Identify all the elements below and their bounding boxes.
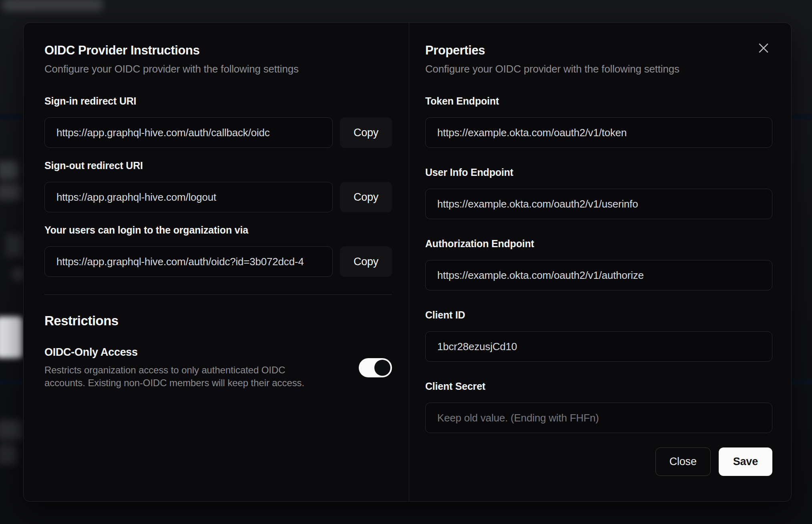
properties-title: Properties: [425, 43, 772, 58]
organization-login-uri-label: Your users can login to the organization…: [44, 224, 392, 236]
user-info-endpoint-input[interactable]: [425, 189, 772, 219]
client-secret-label: Client Secret: [425, 381, 772, 392]
sign-in-redirect-uri-row: Copy: [44, 117, 392, 148]
dimmed-text-blob: [0, 444, 17, 465]
authorization-endpoint-field: Authorization Endpoint: [425, 238, 772, 290]
close-button[interactable]: Close: [655, 447, 711, 476]
oidc-settings-modal: OIDC Provider Instructions Configure you…: [23, 22, 792, 502]
token-endpoint-field: Token Endpoint: [425, 95, 772, 148]
copy-sign-in-uri-button[interactable]: Copy: [340, 117, 392, 148]
sign-in-redirect-uri-label: Sign-in redirect URI: [44, 95, 392, 107]
dimmed-text-blob: [0, 161, 18, 179]
modal-actions: Close Save: [425, 447, 772, 476]
dimmed-header-logo: [2, 0, 103, 11]
authorization-endpoint-label: Authorization Endpoint: [425, 238, 772, 250]
client-secret-input[interactable]: [425, 403, 772, 433]
oidc-only-access-description: Restricts organization access to only au…: [44, 364, 325, 389]
sign-out-redirect-uri-input[interactable]: [44, 182, 333, 212]
section-divider: [44, 294, 392, 295]
dimmed-text-blob: [0, 420, 22, 440]
properties-subtitle: Configure your OIDC provider with the fo…: [425, 63, 772, 75]
copy-sign-out-uri-button[interactable]: Copy: [340, 182, 392, 212]
oidc-only-access-label: OIDC-Only Access: [44, 346, 325, 359]
organization-login-uri-input[interactable]: [44, 246, 333, 277]
oidc-only-access-row: OIDC-Only Access Restricts organization …: [44, 346, 392, 389]
token-endpoint-input[interactable]: [425, 117, 772, 148]
client-id-label: Client ID: [425, 309, 772, 321]
sign-out-redirect-uri-label: Sign-out redirect URI: [44, 160, 392, 171]
client-secret-field: Client Secret: [425, 381, 772, 433]
close-modal-button[interactable]: [755, 39, 772, 57]
client-id-input[interactable]: [425, 331, 772, 362]
dimmed-text-blob: [0, 183, 21, 200]
organization-login-uri-row: Copy: [44, 246, 392, 277]
instructions-column: OIDC Provider Instructions Configure you…: [24, 23, 409, 501]
token-endpoint-label: Token Endpoint: [425, 95, 772, 107]
user-info-endpoint-field: User Info Endpoint: [425, 167, 772, 219]
close-icon: [758, 43, 769, 53]
oidc-only-access-text: OIDC-Only Access Restricts organization …: [44, 346, 325, 389]
instructions-title: OIDC Provider Instructions: [44, 43, 392, 58]
instructions-subtitle: Configure your OIDC provider with the fo…: [44, 63, 392, 75]
client-id-field: Client ID: [425, 309, 772, 362]
save-button[interactable]: Save: [719, 447, 772, 476]
oidc-only-access-toggle[interactable]: [359, 358, 392, 377]
dimmed-text-blob: [6, 234, 24, 257]
properties-column: Properties Configure your OIDC provider …: [409, 23, 791, 501]
dimmed-white-button-blob: [0, 316, 22, 358]
restrictions-title: Restrictions: [44, 313, 392, 329]
authorization-endpoint-input[interactable]: [425, 260, 772, 290]
copy-login-uri-button[interactable]: Copy: [340, 246, 392, 277]
sign-in-redirect-uri-input[interactable]: [44, 117, 333, 148]
user-info-endpoint-label: User Info Endpoint: [425, 167, 772, 178]
sign-out-redirect-uri-row: Copy: [44, 182, 392, 212]
toggle-knob: [374, 360, 390, 376]
